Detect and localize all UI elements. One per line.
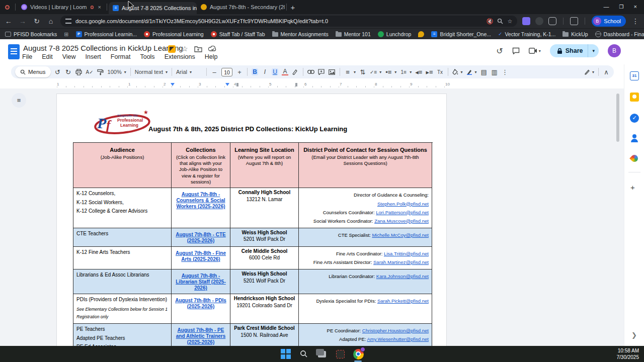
- insert-link-icon[interactable]: [307, 70, 314, 74]
- collection-link[interactable]: August 7th-8th - Fine Arts (2025-2026): [175, 249, 227, 262]
- bold-button[interactable]: B: [252, 68, 258, 75]
- bookmark-item[interactable]: Mentor Assignments: [272, 31, 329, 37]
- extension-icon[interactable]: [522, 17, 530, 25]
- bookmark-item[interactable]: PFISD Bookmarks: [5, 31, 57, 37]
- vertical-scrollbar[interactable]: [616, 94, 619, 142]
- collection-link[interactable]: August 7th-8th - Librarian Staff (2025-2…: [175, 272, 227, 291]
- labels-badge-icon[interactable]: [168, 45, 176, 53]
- paint-format-icon[interactable]: [97, 69, 104, 75]
- menu-insert[interactable]: Insert: [86, 53, 101, 60]
- table-column-marker-icon[interactable]: [295, 83, 297, 86]
- google-docs-logo-icon[interactable]: [8, 44, 20, 59]
- clear-formatting-icon[interactable]: Tx: [437, 69, 444, 75]
- collection-link[interactable]: August 7th-8th - Counselors & Social Wor…: [175, 191, 227, 210]
- border-color-icon[interactable]: ▾: [466, 69, 477, 75]
- line-spacing-icon[interactable]: ⇅: [359, 68, 366, 76]
- highlight-color-icon[interactable]: [292, 69, 299, 75]
- share-dropdown-icon[interactable]: ▾: [588, 44, 599, 57]
- browser-menu-icon[interactable]: ⋮: [631, 17, 640, 25]
- bookmark-star-icon[interactable]: ☆: [507, 18, 512, 25]
- close-window-button[interactable]: ×: [634, 4, 637, 10]
- document-outline-icon[interactable]: ≡: [12, 93, 26, 108]
- move-to-folder-icon[interactable]: [194, 46, 202, 52]
- bookmark-item[interactable]: ✓Vector Training, K-1...: [498, 31, 555, 37]
- calendar-icon[interactable]: 31: [630, 71, 639, 80]
- bookmark-item[interactable]: Staff Tab / Staff Tab: [211, 31, 265, 37]
- table-column-marker-icon[interactable]: [236, 83, 238, 86]
- collection-link[interactable]: August 7th-8th - PDIs (2025-2026): [175, 297, 227, 310]
- underline-button[interactable]: U: [272, 68, 278, 75]
- menus-search-button[interactable]: Menus: [15, 66, 51, 77]
- contact-email-link[interactable]: Lori.Patterson@pfisd.net: [376, 210, 429, 215]
- tasks-icon[interactable]: ✓: [630, 114, 639, 123]
- add-comment-icon[interactable]: [318, 69, 325, 75]
- ruler[interactable]: 112345678910: [0, 81, 644, 88]
- contact-email-link[interactable]: Amy.Wiesenhutter@pfisd.net: [367, 336, 429, 342]
- contact-email-link[interactable]: Zana.Muscove@pfisd.net: [374, 218, 429, 224]
- text-color-button[interactable]: A: [282, 69, 288, 75]
- cloud-saved-icon[interactable]: [208, 46, 217, 52]
- bookmark-item[interactable]: PProfessional Learnin...: [76, 31, 137, 37]
- border-width-icon[interactable]: ▤: [480, 68, 488, 76]
- forward-button[interactable]: →: [18, 17, 27, 25]
- indent-marker-icon[interactable]: [171, 83, 175, 86]
- bookmark-item[interactable]: Dashboard - Finalsit...: [595, 31, 644, 37]
- chrome-taskbar-button[interactable]: [353, 348, 364, 359]
- zoom-icon[interactable]: [497, 18, 503, 24]
- bookmark-item[interactable]: ⊞: [64, 31, 68, 37]
- taskbar-search-button[interactable]: [298, 348, 309, 359]
- font-size-input[interactable]: 10: [221, 68, 232, 76]
- profile-button[interactable]: B School: [592, 16, 626, 27]
- new-tab-button[interactable]: +: [288, 3, 297, 12]
- version-history-icon[interactable]: ↺: [496, 46, 503, 56]
- address-bar[interactable]: docs.google.com/document/d/1nTkiYOz3MEmc…: [60, 16, 517, 27]
- align-select[interactable]: ≡▾: [344, 68, 356, 76]
- zoom-select[interactable]: 100%▾: [108, 69, 126, 75]
- taskbar-clock[interactable]: 10:58 AM 7/30/2025: [617, 348, 639, 360]
- editing-mode-select[interactable]: ▾: [584, 69, 594, 75]
- bookmark-item[interactable]: KickUp: [562, 31, 588, 37]
- bookmark-item[interactable]: Lunchdrop: [378, 31, 412, 37]
- paragraph-style-select[interactable]: Normal text▾: [135, 69, 168, 75]
- extension-icon[interactable]: [535, 17, 543, 25]
- menu-tools[interactable]: Tools: [140, 53, 154, 60]
- back-button[interactable]: ←: [4, 17, 13, 25]
- hide-side-panel-icon[interactable]: ❯: [631, 331, 637, 339]
- spell-check-icon[interactable]: A✓: [86, 69, 94, 75]
- document-page[interactable]: P f Pflugerville ISD Professional Learni…: [56, 94, 447, 346]
- home-button[interactable]: ⌂: [46, 17, 55, 25]
- task-view-button[interactable]: [316, 348, 328, 359]
- print-icon[interactable]: [75, 69, 83, 75]
- side-panel-icon[interactable]: [570, 17, 578, 25]
- hide-menus-icon[interactable]: ∧: [603, 68, 610, 76]
- border-style-icon[interactable]: ▥: [491, 68, 498, 76]
- contact-email-link[interactable]: Michelle.McCoy@pfisd.net: [372, 232, 429, 238]
- minimize-button[interactable]: —: [604, 4, 609, 10]
- increase-indent-icon[interactable]: ▸≡: [426, 68, 433, 76]
- menu-view[interactable]: View: [62, 53, 76, 60]
- document-title[interactable]: August 7-8 2025 Collections in KickUp Le…: [23, 44, 183, 52]
- contact-email-link[interactable]: Stephen.Polk@pfisd.net: [377, 201, 429, 207]
- maps-icon[interactable]: [630, 154, 639, 163]
- mute-icon[interactable]: 🔇: [487, 18, 494, 25]
- collection-link[interactable]: August 7th-8th - PE and Athletic Trainer…: [175, 326, 227, 345]
- snipping-tool-button[interactable]: [335, 348, 346, 359]
- contact-email-link[interactable]: Kara.Johnson@pfisd.net: [376, 274, 429, 279]
- star-document-icon[interactable]: ☆: [182, 45, 188, 53]
- tab-secondary-doc[interactable]: August 7th-8th - Secondary (20 ×: [197, 1, 285, 13]
- account-avatar[interactable]: B: [608, 44, 621, 57]
- reload-button[interactable]: ↻: [32, 17, 41, 25]
- toolbar-overflow-icon[interactable]: ⋮: [502, 68, 509, 76]
- redo-icon[interactable]: ↻: [65, 68, 72, 76]
- add-addon-button[interactable]: +: [630, 183, 635, 192]
- decrease-indent-icon[interactable]: ◂≡: [415, 68, 422, 76]
- extensions-puzzle-icon[interactable]: [548, 17, 556, 25]
- comments-icon[interactable]: [512, 47, 520, 54]
- increase-font-size-button[interactable]: +: [236, 68, 243, 76]
- font-select[interactable]: Arial▾: [176, 69, 202, 75]
- decrease-font-size-button[interactable]: –: [211, 68, 218, 76]
- fill-color-icon[interactable]: ▾: [452, 69, 463, 75]
- start-button[interactable]: [280, 348, 291, 359]
- menu-edit[interactable]: Edit: [42, 53, 53, 60]
- contact-email-link[interactable]: Lisa.Trittin@pfisd.net: [384, 251, 429, 256]
